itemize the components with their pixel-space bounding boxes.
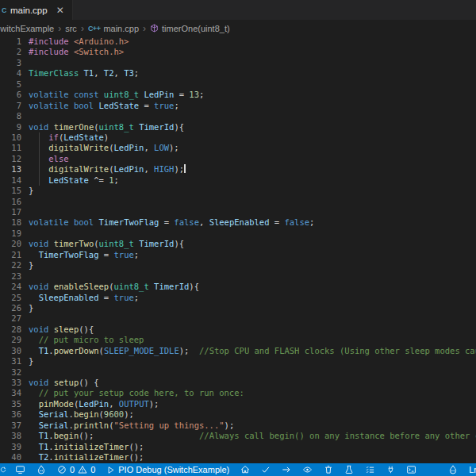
pio-test-button[interactable] (339, 463, 359, 476)
close-icon[interactable]: ✕ (56, 5, 64, 16)
code-line[interactable]: 17 (0, 207, 476, 217)
code-line[interactable]: 32 (0, 367, 476, 378)
terminal-button[interactable] (401, 463, 422, 476)
code-line[interactable]: 12 else (0, 154, 476, 164)
line-number[interactable]: 9 (0, 122, 29, 132)
code-line[interactable]: 21 TimerTwoFlag = true; (0, 250, 476, 260)
line-number[interactable]: 26 (0, 303, 29, 313)
pio-build-button[interactable] (255, 463, 276, 476)
line-number[interactable]: 7 (0, 101, 29, 111)
line-number[interactable]: 23 (0, 271, 29, 282)
serial-monitor-button[interactable] (381, 463, 401, 476)
code-line[interactable]: 7volatile bool LedState = true; (0, 101, 476, 111)
line-number[interactable]: 32 (0, 367, 29, 378)
code-line[interactable]: 16 (0, 197, 476, 207)
code-line[interactable]: 4TimerClass T1, T2, T3; (0, 68, 476, 79)
line-number[interactable]: 36 (0, 409, 29, 420)
code-line[interactable]: 2#include <Switch.h> (0, 47, 476, 57)
flame-button[interactable] (443, 463, 463, 476)
line-number[interactable]: 4 (0, 68, 29, 79)
pio-upload-button[interactable] (276, 463, 297, 476)
tab-main-cpp[interactable]: C++ main.cpp ✕ (0, 0, 73, 20)
code-line[interactable]: 26} (0, 303, 476, 313)
line-number[interactable]: 8 (0, 111, 29, 121)
line-number[interactable]: 13 (0, 164, 29, 175)
breadcrumb-file[interactable]: C++ main.cpp (88, 24, 139, 33)
code-line[interactable]: 19 (0, 228, 476, 239)
line-number[interactable]: 2 (0, 47, 29, 57)
breadcrumb-project[interactable]: SwitchExample (0, 24, 54, 33)
breadcrumb-symbol[interactable]: timerOne(uint8_t) (150, 24, 230, 33)
line-number[interactable]: 22 (0, 260, 29, 271)
line-number[interactable]: 10 (0, 132, 29, 143)
code-line[interactable]: 6volatile const uint8_t LedPin = 13; (0, 90, 476, 100)
code-line[interactable]: 34 // put your setup code here, to run o… (0, 388, 476, 398)
line-number[interactable]: 12 (0, 154, 29, 164)
code-line[interactable]: 8 (0, 111, 476, 121)
line-number[interactable]: 27 (0, 313, 29, 324)
code-line[interactable]: 28void sleep(){ (0, 324, 476, 335)
code-line[interactable]: 11 digitalWrite(LedPin, LOW); (0, 143, 476, 153)
code-line[interactable]: 24void enableSleep(uint8_t TimerId){ (0, 282, 476, 292)
code-line[interactable]: 31} (0, 356, 476, 367)
code-line[interactable]: 5 (0, 79, 476, 90)
line-number[interactable]: 21 (0, 250, 29, 260)
code-line[interactable]: 15} (0, 186, 476, 196)
line-number[interactable]: 5 (0, 79, 29, 90)
line-number[interactable]: 18 (0, 217, 29, 228)
code-line[interactable]: 40 T2.initializeTimer(); (0, 452, 476, 463)
line-number[interactable]: 33 (0, 378, 29, 388)
line-number[interactable]: 14 (0, 175, 29, 186)
monitor-icon[interactable] (10, 463, 31, 476)
line-number[interactable]: 6 (0, 90, 29, 100)
line-number[interactable]: 31 (0, 356, 29, 367)
code-line[interactable]: 9void timerOne(uint8_t TimerId){ (0, 122, 476, 132)
line-number[interactable]: 35 (0, 399, 29, 409)
cursor-position-button[interactable]: Ln 13, Col 32 (463, 463, 476, 476)
code-line[interactable]: 10 if(LedState) (0, 132, 476, 143)
line-number[interactable]: 30 (0, 346, 29, 356)
code-line[interactable]: 30 T1.powerDown(SLEEP_MODE_IDLE); //Stop… (0, 346, 476, 356)
pio-home-button[interactable] (235, 463, 255, 476)
code-line[interactable]: 22} (0, 260, 476, 271)
code-line[interactable]: 18volatile bool TimerTwoFlag = false, Sl… (0, 217, 476, 228)
problems-button[interactable]: 0 0 (52, 463, 101, 476)
code-line[interactable]: 29 // put micro to sleep (0, 335, 476, 345)
line-number[interactable]: 16 (0, 197, 29, 207)
breadcrumb-src[interactable]: src (65, 24, 77, 33)
code-line[interactable]: 20void timerTwo(uint8_t TimerId){ (0, 239, 476, 249)
line-number[interactable]: 20 (0, 239, 29, 249)
line-number[interactable]: 39 (0, 442, 29, 452)
code-line[interactable]: 37 Serial.println("Setting up things..."… (0, 420, 476, 431)
platformio-flame-icon[interactable] (31, 463, 52, 476)
line-number[interactable]: 15 (0, 186, 29, 196)
code-line[interactable]: 25 SleepEnabled = true; (0, 293, 476, 303)
line-number[interactable]: 34 (0, 388, 29, 398)
pio-clean-button[interactable] (318, 463, 339, 476)
code-line[interactable]: 3 (0, 58, 476, 68)
line-number[interactable]: 25 (0, 293, 29, 303)
code-line[interactable]: 33void setup() { (0, 378, 476, 388)
debug-launch-button[interactable]: PIO Debug (SwitchExample) (101, 463, 235, 476)
line-number[interactable]: 38 (0, 431, 29, 441)
code-line[interactable]: 13 digitalWrite(LedPin, HIGH); (0, 164, 476, 175)
line-number[interactable]: 40 (0, 452, 29, 463)
eye-button[interactable] (297, 463, 318, 476)
line-number[interactable]: 11 (0, 143, 29, 153)
line-number[interactable]: 37 (0, 420, 29, 431)
code-line[interactable]: 23 (0, 271, 476, 282)
line-number[interactable]: 3 (0, 58, 29, 68)
code-line[interactable]: 38 T1.begin(); //Always call begin() on … (0, 431, 476, 441)
line-number[interactable]: 19 (0, 228, 29, 239)
code-line[interactable]: 27 (0, 313, 476, 324)
editor[interactable]: 1#include <Arduino.h>2#include <Switch.h… (0, 36, 476, 463)
code-line[interactable]: 39 T1.initializeTimer(); (0, 442, 476, 452)
code-line[interactable]: 1#include <Arduino.h> (0, 36, 476, 47)
line-number[interactable]: 17 (0, 207, 29, 217)
code-line[interactable]: 36 Serial.begin(9600); (0, 409, 476, 420)
line-number[interactable]: 24 (0, 282, 29, 292)
remote-indicator-icon[interactable] (0, 463, 6, 476)
line-number[interactable]: 28 (0, 324, 29, 335)
code-line[interactable]: 14 LedState ^= 1; (0, 175, 476, 186)
line-number[interactable]: 29 (0, 335, 29, 345)
